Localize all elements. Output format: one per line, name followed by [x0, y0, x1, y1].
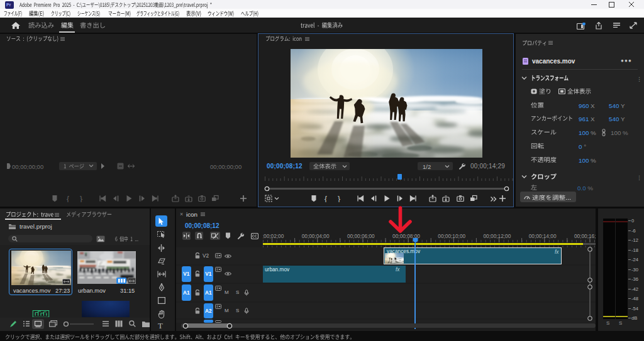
- svg-text:}: }: [338, 195, 340, 202]
- svg-text:{: {: [67, 195, 69, 202]
- svg-text:{: {: [325, 195, 327, 202]
- svg-text:}: }: [80, 195, 82, 202]
